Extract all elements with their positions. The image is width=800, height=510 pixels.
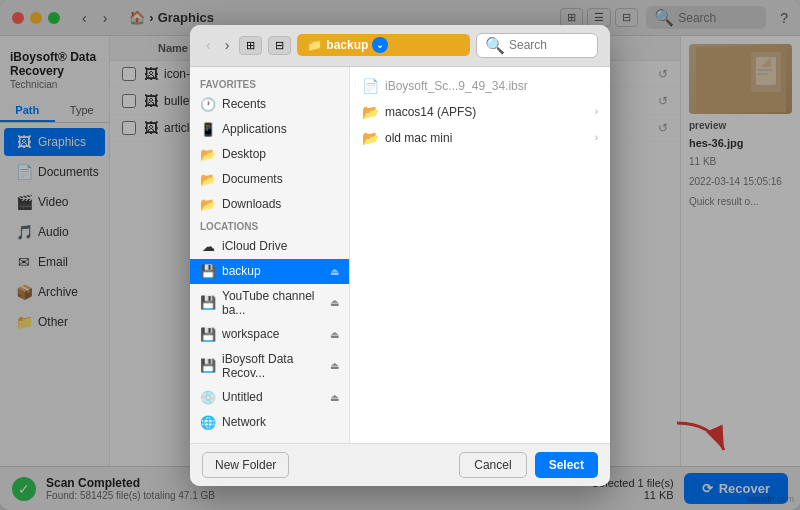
list-item[interactable]: 📂 macos14 (APFS) ›: [350, 99, 610, 125]
backup-drive-icon: 💾: [200, 264, 216, 279]
untitled-drive-icon: 💿: [200, 390, 216, 405]
dialog-view-list-button[interactable]: ⊟: [268, 36, 291, 55]
dialog-sidebar-item-recents[interactable]: 🕐 Recents: [190, 92, 349, 117]
applications-icon: 📱: [200, 122, 216, 137]
dialog-location-name: backup: [326, 38, 368, 52]
select-button[interactable]: Select: [535, 452, 598, 478]
youtube-drive-icon: 💾: [200, 295, 216, 310]
chevron-right-icon: ›: [595, 132, 598, 143]
network-icon: 🌐: [200, 415, 216, 430]
dialog-sidebar-label: Recents: [222, 97, 266, 111]
recents-icon: 🕐: [200, 97, 216, 112]
dialog-file-name: macos14 (APFS): [385, 105, 589, 119]
location-folder-icon: 📁: [307, 38, 322, 52]
dialog-search-icon: 🔍: [485, 36, 505, 55]
dialog-sidebar-label: Downloads: [222, 197, 281, 211]
eject-icon[interactable]: ⏏: [330, 266, 339, 277]
documents-sidebar-icon: 📂: [200, 172, 216, 187]
iboysoft-drive-icon: 💾: [200, 358, 216, 373]
dialog-sidebar-label: workspace: [222, 327, 279, 341]
dialog-file-name: iBoysoft_Sc...9_49_34.ibsr: [385, 79, 598, 93]
dialog-view-grid-button[interactable]: ⊞: [239, 36, 262, 55]
dialog-search-input[interactable]: [509, 38, 589, 52]
dialog-sidebar-item-workspace[interactable]: 💾 workspace ⏏: [190, 322, 349, 347]
dialog-actions: Cancel Select: [459, 452, 598, 478]
folder-icon: 📂: [362, 104, 379, 120]
dialog-sidebar-label: iBoysoft Data Recov...: [222, 352, 324, 380]
eject-icon-iboysoft[interactable]: ⏏: [330, 360, 339, 371]
dialog-sidebar-item-icloud[interactable]: ☁ iCloud Drive: [190, 234, 349, 259]
file-dialog: ‹ › ⊞ ⊟ 📁 backup ⌄ 🔍 Favorites 🕐 Recents: [190, 25, 610, 486]
dialog-sidebar-label: iCloud Drive: [222, 239, 287, 253]
eject-icon-untitled[interactable]: ⏏: [330, 392, 339, 403]
dialog-sidebar-label: Network: [222, 415, 266, 429]
chevron-right-icon: ›: [595, 106, 598, 117]
dialog-file-list: 📄 iBoysoft_Sc...9_49_34.ibsr 📂 macos14 (…: [350, 67, 610, 443]
dialog-footer: New Folder Cancel Select: [190, 443, 610, 486]
dialog-sidebar-label: Untitled: [222, 390, 263, 404]
list-item[interactable]: 📂 old mac mini ›: [350, 125, 610, 151]
file-icon: 📄: [362, 78, 379, 94]
dialog-location: 📁 backup ⌄: [297, 34, 470, 56]
workspace-drive-icon: 💾: [200, 327, 216, 342]
dialog-content: Favorites 🕐 Recents 📱 Applications 📂 Des…: [190, 67, 610, 443]
icloud-icon: ☁: [200, 239, 216, 254]
dialog-sidebar-label: Documents: [222, 172, 283, 186]
new-folder-button[interactable]: New Folder: [202, 452, 289, 478]
dialog-sidebar: Favorites 🕐 Recents 📱 Applications 📂 Des…: [190, 67, 350, 443]
list-item[interactable]: 📄 iBoysoft_Sc...9_49_34.ibsr: [350, 73, 610, 99]
eject-icon-youtube[interactable]: ⏏: [330, 297, 339, 308]
locations-header: Locations: [190, 217, 349, 234]
dialog-sidebar-item-downloads[interactable]: 📂 Downloads: [190, 192, 349, 217]
dialog-forward-button[interactable]: ›: [221, 35, 234, 55]
dialog-sidebar-item-network[interactable]: 🌐 Network: [190, 410, 349, 435]
dialog-sidebar-item-documents[interactable]: 📂 Documents: [190, 167, 349, 192]
dialog-file-name: old mac mini: [385, 131, 589, 145]
dialog-location-chevron[interactable]: ⌄: [372, 37, 388, 53]
favorites-header: Favorites: [190, 75, 349, 92]
downloads-icon: 📂: [200, 197, 216, 212]
dialog-sidebar-label: Applications: [222, 122, 287, 136]
dialog-back-button[interactable]: ‹: [202, 35, 215, 55]
dialog-sidebar-item-untitled[interactable]: 💿 Untitled ⏏: [190, 385, 349, 410]
dialog-sidebar-label: YouTube channel ba...: [222, 289, 324, 317]
dialog-sidebar-item-iboysoft[interactable]: 💾 iBoysoft Data Recov... ⏏: [190, 347, 349, 385]
dialog-sidebar-item-youtube[interactable]: 💾 YouTube channel ba... ⏏: [190, 284, 349, 322]
eject-icon-workspace[interactable]: ⏏: [330, 329, 339, 340]
dialog-toolbar: ‹ › ⊞ ⊟ 📁 backup ⌄ 🔍: [190, 25, 610, 67]
dialog-sidebar-label: Desktop: [222, 147, 266, 161]
modal-overlay: ‹ › ⊞ ⊟ 📁 backup ⌄ 🔍 Favorites 🕐 Recents: [0, 0, 800, 510]
dialog-sidebar-item-backup[interactable]: 💾 backup ⏏: [190, 259, 349, 284]
dialog-sidebar-item-desktop[interactable]: 📂 Desktop: [190, 142, 349, 167]
cancel-button[interactable]: Cancel: [459, 452, 526, 478]
desktop-icon: 📂: [200, 147, 216, 162]
folder-icon: 📂: [362, 130, 379, 146]
dialog-search[interactable]: 🔍: [476, 33, 598, 58]
dialog-sidebar-label: backup: [222, 264, 261, 278]
dialog-sidebar-item-applications[interactable]: 📱 Applications: [190, 117, 349, 142]
